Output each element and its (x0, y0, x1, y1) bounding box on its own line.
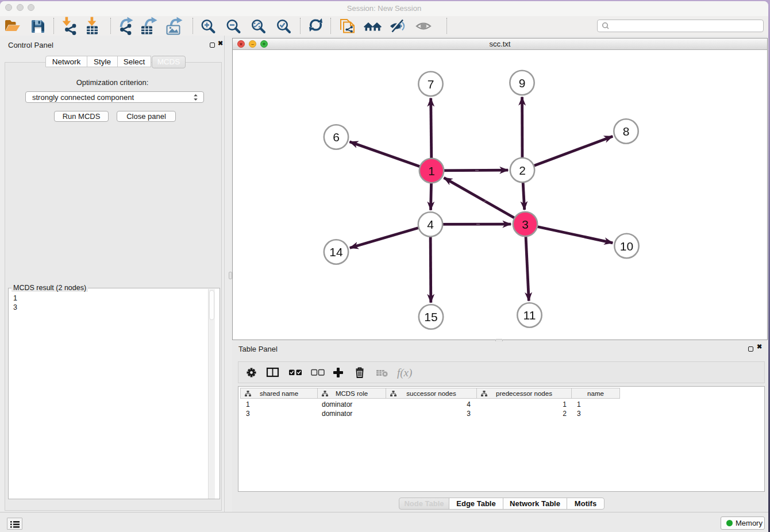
svg-text:2: 2 (519, 164, 526, 177)
svg-text:4: 4 (427, 218, 434, 231)
svg-text:10: 10 (620, 240, 633, 253)
svg-text:14: 14 (329, 245, 343, 259)
svg-text:6: 6 (333, 130, 340, 144)
svg-text:11: 11 (523, 309, 536, 322)
svg-text:8: 8 (623, 125, 630, 138)
svg-text:15: 15 (424, 310, 437, 323)
svg-text:9: 9 (519, 76, 526, 90)
svg-text:3: 3 (522, 218, 529, 231)
svg-text:f(x): f(x) (397, 367, 412, 379)
svg-text:7: 7 (428, 78, 434, 91)
svg-text:1: 1 (428, 164, 435, 178)
